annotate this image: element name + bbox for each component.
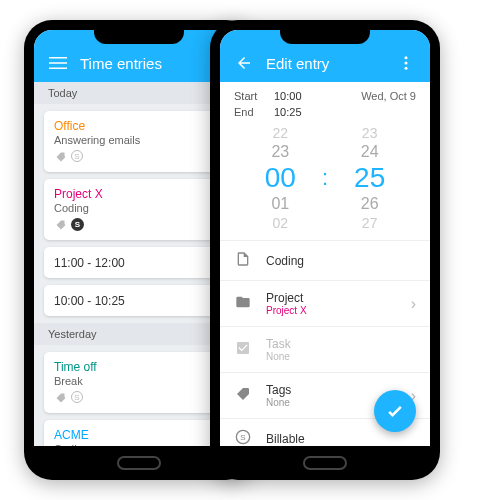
folder-icon <box>234 294 252 313</box>
entry-desc: Break <box>54 375 224 387</box>
entry-desc: Coding <box>54 202 224 214</box>
time-picker[interactable]: 22 23 00 01 02 : 23 24 25 26 27 <box>220 120 430 240</box>
picker-hour-active: 00 <box>265 162 296 194</box>
task-row: Task None <box>220 326 430 372</box>
description-icon <box>234 251 252 270</box>
project-value: Project X <box>266 305 397 316</box>
start-time-row[interactable]: Start 10:00 Wed, Oct 9 <box>220 88 430 104</box>
entry-card[interactable]: ACME Coding <box>44 420 234 446</box>
entry-desc: Coding <box>54 443 224 446</box>
picker-minute-option: 24 <box>354 142 385 162</box>
entry-project: Office <box>54 119 224 133</box>
tags-label: Tags <box>266 383 397 397</box>
entry-card[interactable]: 10:00 - 10:25 <box>44 285 234 316</box>
tag-icon <box>234 386 252 405</box>
entry-time: 10:00 - 10:25 <box>54 294 224 308</box>
billable-icon: S <box>71 218 84 231</box>
svg-point-3 <box>405 56 408 59</box>
chevron-right-icon: › <box>411 295 416 313</box>
notch <box>280 30 370 44</box>
svg-text:S: S <box>240 433 245 442</box>
back-button[interactable] <box>230 54 258 72</box>
picker-minute-option: 27 <box>354 214 385 232</box>
arrow-back-icon <box>235 54 253 72</box>
save-fab[interactable] <box>374 390 416 432</box>
check-icon <box>385 401 405 421</box>
project-row[interactable]: Project Project X › <box>220 280 430 326</box>
task-icon <box>234 340 252 359</box>
home-button[interactable] <box>303 456 347 470</box>
end-label: End <box>234 106 274 118</box>
appbar-title-right: Edit entry <box>266 55 392 72</box>
screen-right: Edit entry Start 10:00 Wed, Oct 9 End 10… <box>220 30 430 446</box>
entry-icons: S <box>54 150 224 164</box>
entry-project: Time off <box>54 360 224 374</box>
end-time-row[interactable]: End 10:25 <box>220 104 430 120</box>
billable-label: Billable <box>266 432 416 446</box>
tag-icon <box>54 391 68 405</box>
tag-icon <box>54 218 68 232</box>
entry-desc: Answering emails <box>54 134 224 146</box>
picker-minute-option: 26 <box>354 194 385 214</box>
svg-rect-1 <box>49 62 67 64</box>
entry-icons: S <box>54 391 224 405</box>
picker-minutes[interactable]: 23 24 25 26 27 <box>354 124 385 232</box>
desc-label: Coding <box>266 254 416 268</box>
home-button[interactable] <box>117 456 161 470</box>
picker-hour-option: 02 <box>265 214 296 232</box>
edit-body: Start 10:00 Wed, Oct 9 End 10:25 22 23 0… <box>220 82 430 446</box>
tag-icon <box>54 150 68 164</box>
end-value: 10:25 <box>274 106 416 118</box>
phone-right: Edit entry Start 10:00 Wed, Oct 9 End 10… <box>210 20 440 480</box>
entry-card[interactable]: 11:00 - 12:00 <box>44 247 234 278</box>
picker-minute-active: 25 <box>354 162 385 194</box>
hamburger-icon <box>49 54 67 72</box>
menu-button[interactable] <box>44 54 72 72</box>
entry-card[interactable]: Project X Coding S <box>44 179 234 240</box>
svg-rect-2 <box>49 68 67 70</box>
billable-icon: S <box>234 429 252 446</box>
entry-time: 11:00 - 12:00 <box>54 256 224 270</box>
more-button[interactable] <box>392 54 420 72</box>
picker-colon: : <box>322 165 328 191</box>
picker-hours[interactable]: 22 23 00 01 02 <box>265 124 296 232</box>
svg-point-5 <box>405 67 408 70</box>
picker-hour-option: 22 <box>265 124 296 142</box>
entry-icons: S <box>54 218 224 232</box>
entry-card[interactable]: Office Answering emails S <box>44 111 234 172</box>
billable-icon: S <box>71 150 83 162</box>
picker-hour-option: 01 <box>265 194 296 214</box>
more-vert-icon <box>397 54 415 72</box>
entry-card[interactable]: Time off Break S <box>44 352 234 413</box>
task-value: None <box>266 351 416 362</box>
entry-project: Project X <box>54 187 224 201</box>
billable-icon: S <box>71 391 83 403</box>
svg-rect-0 <box>49 57 67 59</box>
svg-point-4 <box>405 62 408 65</box>
start-date: Wed, Oct 9 <box>361 90 416 102</box>
start-label: Start <box>234 90 274 102</box>
project-label: Project <box>266 291 397 305</box>
desc-row[interactable]: Coding <box>220 240 430 280</box>
task-label: Task <box>266 337 416 351</box>
notch <box>94 30 184 44</box>
picker-minute-option: 23 <box>354 124 385 142</box>
entry-project: ACME <box>54 428 224 442</box>
start-value: 10:00 <box>274 90 361 102</box>
picker-hour-option: 23 <box>265 142 296 162</box>
